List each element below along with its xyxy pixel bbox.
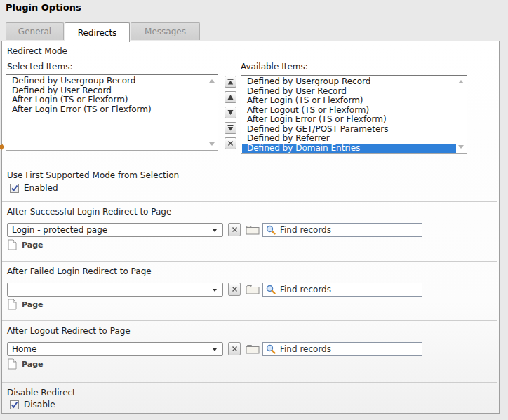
section-redirect-mode: Redirect Mode Selected Items: Available …	[2, 41, 497, 165]
enabled-checkbox[interactable]	[10, 184, 19, 193]
folder-icon	[246, 344, 260, 354]
move-to-bottom-button[interactable]	[225, 122, 236, 134]
section-title: After Successful Login Redirect to Page	[7, 207, 171, 217]
x-icon	[232, 226, 238, 233]
left-edge-arrow-icon	[0, 143, 4, 151]
move-up-icon	[227, 94, 234, 100]
disable-checkbox[interactable]	[10, 400, 19, 409]
folder-icon	[246, 284, 260, 294]
list-item[interactable]: Defined by User Record	[242, 87, 456, 97]
remove-icon	[227, 140, 234, 147]
page-select[interactable]: Home	[7, 342, 223, 356]
section-title: Redirect Mode	[7, 46, 67, 56]
search-icon	[266, 285, 276, 294]
page-select-value: Home	[12, 344, 36, 354]
list-item[interactable]: Defined by Referrer	[242, 134, 456, 144]
clear-selection-button[interactable]	[228, 223, 241, 236]
available-items-listbox[interactable]: Defined by Usergroup RecordDefined by Us…	[241, 75, 467, 154]
browse-records-button[interactable]	[245, 224, 260, 236]
list-item[interactable]: Defined by Domain Entries	[242, 144, 456, 154]
scroll-down-icon[interactable]	[209, 142, 215, 146]
clear-selection-button[interactable]	[228, 342, 241, 355]
list-item[interactable]: After Login (TS or Flexform)	[242, 96, 456, 106]
list-item[interactable]: After Login Error (TS or Flexform)	[242, 115, 456, 125]
record-search	[262, 342, 422, 356]
tab-general-label: General	[18, 27, 51, 36]
selected-items-listbox[interactable]: Defined by Usergroup RecordDefined by Us…	[6, 74, 218, 151]
move-to-top-icon	[227, 79, 234, 85]
section-after-logout: After Logout Redirect to Page Home	[2, 320, 497, 383]
tab-general[interactable]: General	[6, 22, 64, 40]
record-search	[262, 223, 422, 237]
section-after-successful-login: After Successful Login Redirect to Page …	[2, 201, 497, 262]
scroll-up-icon[interactable]	[209, 79, 215, 83]
selected-items-label: Selected Items:	[7, 62, 72, 72]
tab-redirects[interactable]: Redirects	[65, 22, 130, 42]
page-select[interactable]: Login - protected page	[7, 223, 223, 237]
record-type-label: Page	[22, 360, 44, 369]
check-icon	[11, 401, 18, 409]
enabled-checkbox-label: Enabled	[24, 183, 58, 193]
record-type-label: Page	[22, 241, 44, 250]
record-search-input[interactable]	[262, 283, 422, 297]
plugin-options-dialog: Plugin Options General Redirects Message…	[0, 0, 508, 420]
x-icon	[232, 286, 238, 292]
page-icon	[8, 358, 17, 370]
list-item[interactable]: Defined by User Record	[7, 86, 207, 96]
page-title: Plugin Options	[6, 2, 81, 13]
record-search-input[interactable]	[262, 223, 422, 237]
scroll-up-icon[interactable]	[458, 80, 464, 83]
record-type-label: Page	[22, 300, 44, 309]
search-icon	[266, 225, 276, 235]
tab-redirects-label: Redirects	[78, 28, 117, 38]
chevron-down-icon	[213, 348, 217, 351]
clear-selection-button[interactable]	[228, 283, 241, 296]
tab-messages-label: Messages	[145, 27, 186, 36]
move-to-top-button[interactable]	[225, 76, 236, 88]
list-item[interactable]: After Login Error (TS or Flexform)	[7, 105, 207, 115]
disable-checkbox-label: Disable	[24, 400, 55, 409]
list-item[interactable]: Defined by GET/POST Parameters	[242, 125, 456, 135]
move-to-bottom-icon	[227, 125, 234, 131]
search-icon	[266, 344, 276, 354]
list-item[interactable]: After Login (TS or Flexform)	[7, 95, 207, 105]
page-icon	[8, 239, 17, 250]
chevron-down-icon	[213, 289, 217, 292]
section-first-supported-mode: Use First Supported Mode from Selection …	[2, 165, 497, 202]
check-icon	[11, 184, 18, 192]
folder-icon	[246, 224, 260, 235]
section-title: After Logout Redirect to Page	[7, 326, 131, 336]
x-icon	[232, 346, 238, 352]
page-icon	[8, 299, 17, 310]
move-up-button[interactable]	[225, 91, 236, 103]
scroll-down-icon[interactable]	[458, 145, 464, 149]
record-search-input[interactable]	[262, 342, 422, 356]
tab-messages[interactable]: Messages	[131, 22, 200, 40]
chevron-down-icon	[213, 229, 217, 232]
remove-item-button[interactable]	[225, 137, 236, 149]
section-disable-redirect: Disable Redirect Disable	[2, 382, 497, 414]
section-after-failed-login: After Failed Login Redirect to Page	[2, 261, 497, 321]
page-select[interactable]	[7, 283, 223, 297]
browse-records-button[interactable]	[245, 343, 260, 355]
section-title: Use First Supported Mode from Selection	[7, 170, 179, 180]
list-item[interactable]: Defined by Usergroup Record	[7, 76, 207, 86]
available-items-label: Available Items:	[241, 62, 308, 72]
section-title: Disable Redirect	[7, 388, 76, 398]
record-search	[262, 283, 422, 297]
page-select-value: Login - protected page	[12, 225, 107, 235]
list-item[interactable]: After Logout (TS or Flexform)	[242, 106, 456, 116]
browse-records-button[interactable]	[245, 283, 260, 295]
move-down-button[interactable]	[225, 107, 236, 118]
list-item[interactable]: Defined by Usergroup Record	[242, 77, 456, 87]
section-title: After Failed Login Redirect to Page	[7, 266, 152, 276]
move-down-icon	[227, 109, 234, 116]
